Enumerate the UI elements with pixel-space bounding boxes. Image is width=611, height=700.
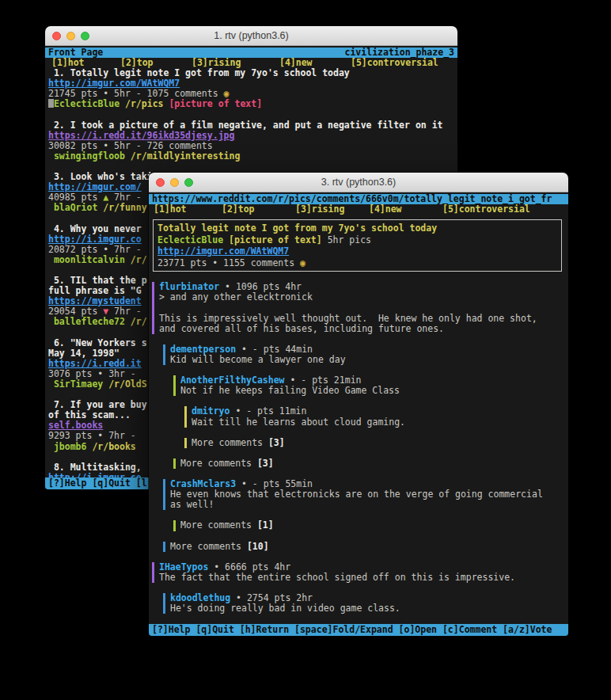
submission-url: https://www.reddit.com/r/pics/comments/6… [152,194,552,204]
post-subreddit: /r/mildlyinteresting [125,151,240,162]
submission-meta: 5hr pics [322,234,371,245]
gilded-icon: ◉ [300,257,306,268]
zoom-icon[interactable] [184,178,193,187]
window-titlebar[interactable]: 3. rtv (python3.6) [149,173,568,192]
comment[interactable]: flurbinator • 1096 pts 4hr > and any oth… [152,282,568,333]
post-author: ballefleche72 [48,317,125,327]
comment-author[interactable]: IHaeTypos [159,562,208,573]
comment-author[interactable]: kdoodlethug [170,593,230,603]
comment-body-line: and covered all of his bases, including … [159,324,568,334]
post-subreddit: /r/ [125,317,147,327]
post-subreddit: /r/funny [97,203,146,213]
post-subreddit: /r/OldS [103,379,146,390]
comment-meta: • - pts 11min [230,406,306,417]
traffic-lights [156,178,193,187]
status-bar: [?]Help [q]Quit [h]Return [space]Fold/Ex… [149,624,568,636]
comment-author[interactable]: dmitryo [192,406,230,417]
submission-byline: EclecticBlue [picture of text] 5hr pics [157,234,557,246]
comment-author[interactable]: AnotherFilthyCashew [180,375,285,386]
minimize-icon[interactable] [66,32,75,40]
tab-hot[interactable]: [1]hot [154,204,187,215]
more-comments-count: [1] [257,520,274,531]
traffic-lights [52,32,89,40]
tab-new[interactable]: [4]new [279,58,313,68]
tab-hot[interactable]: [1]hot [51,58,85,68]
post-link[interactable]: http://imgur.com/WAtWQM7 [45,78,457,89]
post-byline: EclecticBlue /r/pics [picture of text] [45,99,457,109]
comment-meta: • - pts 44min [236,344,313,355]
window-title: 1. rtv (python3.6) [214,30,289,41]
sort-tabs: [1]hot [2]top [3]rising [4]new [5]contro… [149,204,568,215]
comment[interactable]: AnotherFilthyCashew • - pts 21min Not if… [173,375,568,396]
comment-body-line: > and any other elecktronick [159,292,568,302]
submission-author: EclecticBlue [157,234,223,245]
tab-rising[interactable]: [3]rising [295,204,344,215]
post-author: blaQriot [48,203,97,213]
post-meta: 21745 pts • 5hr - 1075 comments ◉ [45,89,457,99]
more-comments[interactable]: More comments [3] [184,438,568,448]
comment-body-line: He's doing really bad in video game clas… [170,603,568,614]
comment-list: flurbinator • 1096 pts 4hr > and any oth… [149,282,568,614]
header-bar: Front Page civilization_phaze_3 [45,48,457,58]
comment-author[interactable]: dementperson [170,344,236,355]
post-subreddit: /r/pics [120,99,163,109]
tab-top[interactable]: [2]top [222,204,255,215]
tab-rising[interactable]: [3]rising [192,58,241,68]
sort-tabs: [1]hot [2]top [3]rising [4]new [5]contro… [45,58,457,68]
post-author: EclecticBlue [54,99,120,109]
gilded-icon: ◉ [224,89,230,99]
submission-link[interactable]: http://imgur.com/WAtWQM7 [157,245,557,257]
post-author: jbomb6 [48,442,86,452]
comment[interactable]: IHaeTypos • 6666 pts 4hr The fact that t… [152,562,568,583]
page-title: Front Page [48,48,103,58]
comment-author[interactable]: CrashMclars3 [170,479,236,489]
post-author: swingingfloob [48,151,125,162]
post-flair-tag: [picture of text] [163,99,262,109]
comment-body-line: as well! [170,500,568,510]
tab-new[interactable]: [4]new [369,204,402,215]
more-comments[interactable]: More comments [10] [163,542,568,552]
comment[interactable]: CrashMclars3 • - pts 55min He even knows… [163,479,568,510]
submission-flair-tag: [picture of text] [223,234,322,245]
selection-cursor [48,99,54,108]
close-icon[interactable] [156,178,165,187]
minimize-icon[interactable] [170,178,179,187]
post-link[interactable]: https://i.redd.it/96ikd35djesy.jpg [45,131,457,141]
more-comments-count: [10] [247,542,269,552]
window-titlebar[interactable]: 1. rtv (python3.6) [45,26,457,46]
post-title[interactable]: 2. I took a picture of a film negative, … [45,120,457,131]
terminal-window-comments: 3. rtv (python3.6) https://www.reddit.co… [149,173,568,636]
comment-meta: • - pts 21min [285,375,362,386]
comment[interactable]: dmitryo • - pts 11min Wait till he learn… [184,406,568,427]
tab-controversial[interactable]: [5]controversial [351,58,438,68]
post-author: moonlitcalvin [48,255,125,265]
more-comments[interactable]: More comments [3] [173,458,568,469]
post-author: SirTimaey [48,379,103,390]
post-byline: swingingfloob /r/mildlyinteresting [45,151,457,162]
submission-header-box[interactable]: Totally legit note I got from my 7yo's s… [153,219,562,272]
zoom-icon[interactable] [81,32,89,40]
post-meta: 30082 pts • 5hr - 726 comments [45,141,457,151]
more-comments[interactable]: More comments [1] [173,520,568,531]
submission-stats: 23771 pts • 1155 comments ◉ [157,257,557,269]
comment-body-line [159,302,568,313]
post-subreddit: /r/ [125,255,147,265]
comment-body-line: He even knows that electronicks are on t… [170,489,568,500]
url-bar: https://www.reddit.com/r/pics/comments/6… [149,194,568,204]
comment-meta: • 6666 pts 4hr [208,562,290,573]
comment-body-line: Not if he keeps failing Video Game Class [180,386,568,396]
close-icon[interactable] [52,32,61,40]
tab-top[interactable]: [2]top [120,58,154,68]
terminal-content: https://www.reddit.com/r/pics/comments/6… [149,192,568,636]
comment-body-line: This is impressively well thought out. H… [159,314,568,324]
post-title[interactable]: 1. Totally legit note I got from my 7yo'… [45,68,457,78]
submission-title: Totally legit note I got from my 7yo's s… [157,223,557,234]
tab-controversial[interactable]: [5]controversial [442,204,530,215]
comment-meta: • 2754 pts 2hr [230,593,313,603]
comment-meta: • - pts 55min [236,479,313,489]
post-subreddit: /r/books [86,442,135,452]
comment[interactable]: dementperson • - pts 44min Kid will beco… [163,344,568,365]
comment-body-line: The fact that the entire school signed o… [159,573,568,583]
comment-author[interactable]: flurbinator [159,282,219,292]
comment[interactable]: kdoodlethug • 2754 pts 2hr He's doing re… [163,593,568,614]
